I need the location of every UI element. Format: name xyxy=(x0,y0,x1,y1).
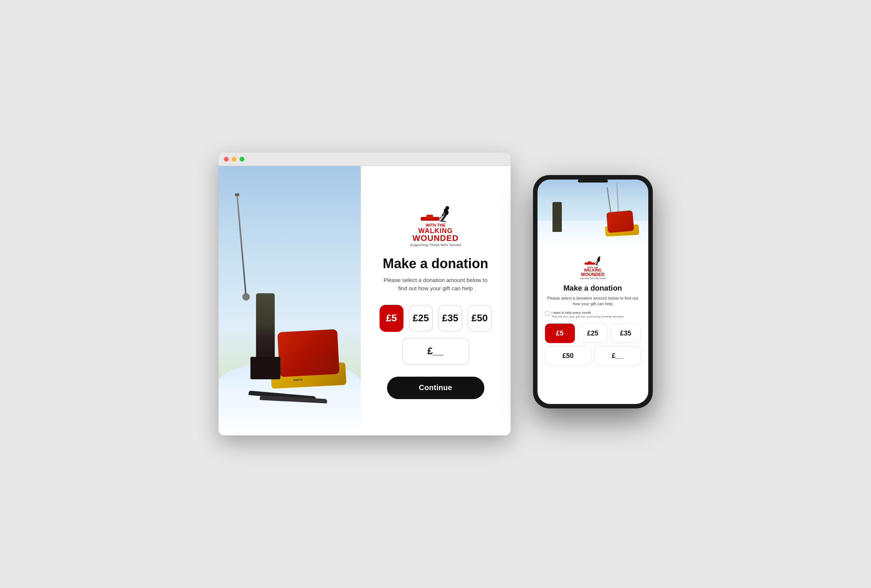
mobile-logo-wounded: WOUNDED xyxy=(580,272,605,277)
snow-scene: WWTW xyxy=(218,166,361,436)
mobile-logo-subtitle: Supporting Those Who Served xyxy=(580,277,605,279)
prosthetic-leg-area xyxy=(256,293,275,368)
mobile-amount-button-35[interactable]: £35 xyxy=(611,324,641,343)
logo-walking: WALKING xyxy=(410,227,461,234)
mobile-logo-area: WITH THE WALKING WOUNDED Supporting Thos… xyxy=(580,254,605,279)
monthly-checkbox-label: I want to help every month xyxy=(552,311,624,315)
maximize-button[interactable] xyxy=(239,157,244,161)
mobile-notch xyxy=(578,179,608,182)
desktop-window: WWTW xyxy=(218,152,510,436)
close-button[interactable] xyxy=(224,157,229,161)
ski-pole-decoration xyxy=(236,196,247,300)
mobile-screen: WITH THE WALKING WOUNDED Supporting Thos… xyxy=(537,179,648,404)
mobile-device: WITH THE WALKING WOUNDED Supporting Thos… xyxy=(533,175,653,409)
sled-text: WWTW xyxy=(293,378,302,381)
amount-button-25[interactable]: £25 xyxy=(409,305,433,332)
red-bag xyxy=(277,329,339,377)
logo-svg xyxy=(419,203,452,223)
mobile-amount-button-5[interactable]: £5 xyxy=(545,324,575,343)
mobile-custom-amount-button[interactable]: £__ xyxy=(594,346,641,366)
scene: WWTW xyxy=(218,152,653,436)
continue-button[interactable]: Continue xyxy=(387,377,484,399)
mobile-donation-form: WITH THE WALKING WOUNDED Supporting Thos… xyxy=(537,247,648,375)
mobile-amount-button-25[interactable]: £25 xyxy=(578,324,608,343)
custom-amount-field[interactable]: £__ xyxy=(402,338,469,365)
minimize-button[interactable] xyxy=(232,157,236,161)
custom-amount-row: £__ xyxy=(402,338,469,365)
donation-subtitle: Please select a donation amount below to… xyxy=(380,276,492,293)
logo-wounded: WOUNDED xyxy=(410,234,461,242)
amount-button-5[interactable]: £5 xyxy=(380,305,404,332)
logo-subtitle: Supporting Those Who Served xyxy=(410,243,461,247)
svg-rect-21 xyxy=(588,261,591,264)
mobile-red-bag xyxy=(606,210,634,233)
svg-point-3 xyxy=(445,206,449,210)
mobile-logo-text: WITH THE WALKING WOUNDED Supporting Thos… xyxy=(580,266,605,279)
donation-form-panel: WITH THE WALKING WOUNDED Supporting Thos… xyxy=(361,166,510,436)
amount-grid: £5 £25 £35 £50 xyxy=(380,305,492,332)
prosthetic-leg xyxy=(256,293,275,368)
logo-text: WITH THE WALKING WOUNDED Supporting Thos… xyxy=(410,223,461,247)
window-body: WWTW xyxy=(218,166,510,436)
mobile-logo-svg xyxy=(584,254,602,266)
hero-image-panel: WWTW xyxy=(218,166,361,436)
mobile-amount-grid-top: £5 £25 £35 xyxy=(545,324,641,343)
amount-button-35[interactable]: £35 xyxy=(438,305,462,332)
mobile-donation-title: Make a donation xyxy=(563,284,622,293)
donation-title: Make a donation xyxy=(383,256,488,272)
logo-with-the: WITH THE xyxy=(410,223,461,227)
amount-button-50[interactable]: £50 xyxy=(467,305,492,332)
mobile-monthly-checkbox-row: I want to help every month This will tur… xyxy=(545,311,641,319)
svg-rect-10 xyxy=(427,215,433,219)
mobile-amount-button-50[interactable]: £50 xyxy=(545,346,591,366)
svg-line-9 xyxy=(440,221,446,222)
mobile-amount-grid-bottom: £50 £__ xyxy=(545,346,641,366)
mobile-prosthetic xyxy=(552,202,562,232)
boot xyxy=(250,357,280,379)
monthly-checkbox-sublabel: This will turn your gift into a recurrin… xyxy=(552,315,624,318)
mobile-hero-image xyxy=(537,179,648,247)
mobile-donation-subtitle: Please select a donation amount below to… xyxy=(545,295,641,307)
svg-point-14 xyxy=(598,257,600,259)
svg-line-20 xyxy=(596,265,599,265)
logo-area: WITH THE WALKING WOUNDED Supporting Thos… xyxy=(410,203,461,247)
monthly-checkbox[interactable] xyxy=(545,311,549,316)
window-titlebar xyxy=(218,152,510,166)
